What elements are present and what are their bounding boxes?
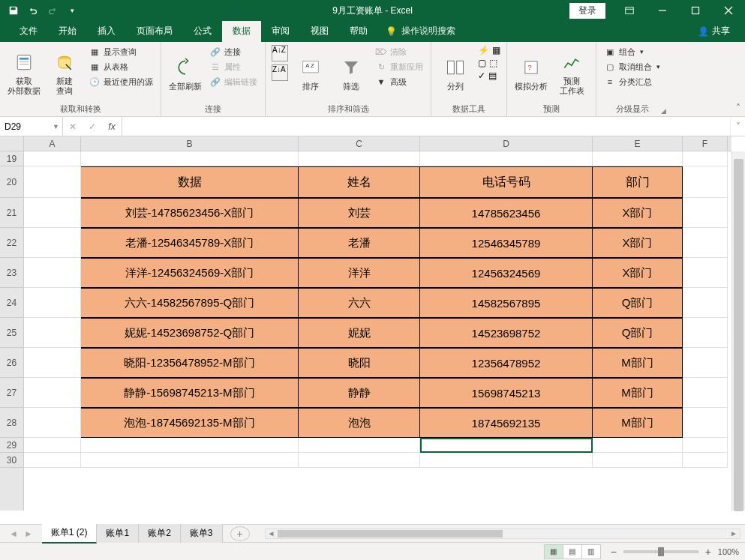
- undo-icon[interactable]: [24, 2, 42, 19]
- fx-icon[interactable]: fx: [102, 121, 122, 132]
- forecast-sheet-button[interactable]: 预测 工作表: [554, 45, 590, 102]
- sheet-tab-3[interactable]: 账单2: [139, 524, 181, 543]
- cell[interactable]: M部门: [593, 408, 683, 438]
- minimize-icon[interactable]: [646, 0, 679, 21]
- col-header-a[interactable]: A: [24, 136, 81, 151]
- login-button[interactable]: 登录: [569, 3, 605, 19]
- row-header[interactable]: 25: [0, 318, 23, 348]
- flash-fill-icon[interactable]: ⚡: [478, 45, 489, 55]
- cell[interactable]: 14582567895: [420, 288, 593, 318]
- cell[interactable]: M部门: [593, 348, 683, 378]
- cell[interactable]: Q部门: [593, 288, 683, 318]
- show-queries-button[interactable]: ▦显示查询: [87, 45, 155, 58]
- maximize-icon[interactable]: [679, 0, 712, 21]
- view-page-break-icon[interactable]: ▥: [581, 544, 601, 559]
- row-header[interactable]: 22: [0, 228, 23, 258]
- cell[interactable]: M部门: [593, 378, 683, 408]
- cell[interactable]: 15698745213: [420, 378, 593, 408]
- cell[interactable]: 妮妮: [299, 318, 420, 348]
- save-icon[interactable]: [5, 2, 23, 19]
- ungroup-button[interactable]: ▢取消组合▾: [602, 60, 662, 73]
- cell[interactable]: [299, 151, 420, 166]
- cell[interactable]: Q部门: [593, 318, 683, 348]
- cell[interactable]: 泡泡: [299, 408, 420, 438]
- zoom-level[interactable]: 100%: [718, 547, 739, 556]
- cell[interactable]: [683, 348, 728, 378]
- tab-insert[interactable]: 插入: [87, 20, 126, 42]
- external-data-button[interactable]: 获取 外部数据: [6, 45, 42, 102]
- cell[interactable]: 14785623456: [420, 198, 593, 228]
- filter-button[interactable]: 筛选: [333, 45, 369, 102]
- cell[interactable]: X部门: [593, 198, 683, 228]
- cell[interactable]: [81, 438, 299, 453]
- relationships-icon[interactable]: ⬚: [489, 58, 497, 68]
- cell[interactable]: 六六: [299, 288, 420, 318]
- row-header[interactable]: 26: [0, 348, 23, 378]
- cell[interactable]: 洋洋: [299, 258, 420, 288]
- sheet-nav-prev-icon[interactable]: ◄: [9, 529, 18, 539]
- cell[interactable]: [683, 378, 728, 408]
- row-header[interactable]: 20: [0, 166, 23, 198]
- cell[interactable]: 刘芸-14785623456-X部门: [81, 198, 299, 228]
- cell[interactable]: [24, 438, 81, 453]
- ribbon-options-icon[interactable]: [613, 0, 646, 21]
- cell[interactable]: [420, 438, 593, 453]
- sheet-tab-1[interactable]: 账单1 (2): [42, 523, 98, 544]
- cell[interactable]: 14523698752: [420, 318, 593, 348]
- cell[interactable]: [299, 438, 420, 453]
- new-query-button[interactable]: 新建 查询: [47, 45, 83, 102]
- col-header-c[interactable]: C: [299, 136, 420, 151]
- cell[interactable]: [81, 453, 299, 468]
- recent-sources-button[interactable]: 🕒最近使用的源: [87, 75, 155, 88]
- whatif-button[interactable]: ? 模拟分析: [513, 45, 549, 102]
- cell[interactable]: 刘芸: [299, 198, 420, 228]
- vscroll-thumb[interactable]: [734, 159, 743, 511]
- row-header[interactable]: 19: [0, 151, 23, 166]
- cell[interactable]: 静静: [299, 378, 420, 408]
- col-header-d[interactable]: D: [420, 136, 593, 151]
- sort-desc-icon[interactable]: Z↓A: [272, 64, 288, 81]
- expand-formula-bar-icon[interactable]: ˅: [730, 117, 745, 136]
- cell[interactable]: [24, 198, 81, 228]
- cell[interactable]: 老潘: [299, 228, 420, 258]
- row-header[interactable]: 21: [0, 198, 23, 228]
- tab-view[interactable]: 视图: [300, 20, 339, 42]
- cell[interactable]: 晓阳-12356478952-M部门: [81, 348, 299, 378]
- cell[interactable]: [593, 438, 683, 453]
- row-header[interactable]: 30: [0, 453, 23, 468]
- advanced-filter-button[interactable]: ▼高级: [374, 75, 425, 88]
- cell[interactable]: [24, 378, 81, 408]
- cell[interactable]: [24, 258, 81, 288]
- cell[interactable]: [593, 151, 683, 166]
- cell[interactable]: [299, 453, 420, 468]
- cell[interactable]: [24, 348, 81, 378]
- cell[interactable]: 静静-15698745213-M部门: [81, 378, 299, 408]
- cell[interactable]: 12546345789: [420, 228, 593, 258]
- hscroll-left-icon[interactable]: ◄: [266, 529, 278, 538]
- tab-data[interactable]: 数据: [222, 20, 261, 42]
- cell[interactable]: 姓名: [299, 166, 420, 198]
- cell[interactable]: [24, 228, 81, 258]
- cell[interactable]: 18745692135: [420, 408, 593, 438]
- cell[interactable]: [683, 408, 728, 438]
- cell[interactable]: 部门: [593, 166, 683, 198]
- qat-customize-icon[interactable]: ▾: [63, 2, 81, 19]
- cell[interactable]: 12456324569: [420, 258, 593, 288]
- tab-file[interactable]: 文件: [9, 20, 48, 42]
- row-header[interactable]: 27: [0, 378, 23, 408]
- subtotal-button[interactable]: ≡分类汇总: [602, 75, 662, 88]
- data-validation-icon[interactable]: ✓: [478, 70, 485, 81]
- row-header[interactable]: 24: [0, 288, 23, 318]
- cell[interactable]: 数据: [81, 166, 299, 198]
- cell[interactable]: 泡泡-18745692135-M部门: [81, 408, 299, 438]
- zoom-in-button[interactable]: +: [703, 546, 713, 558]
- hscroll-right-icon[interactable]: ►: [728, 529, 740, 538]
- remove-dup-icon[interactable]: ▢: [478, 58, 486, 68]
- group-button[interactable]: ▣组合▾: [602, 45, 662, 58]
- cell[interactable]: X部门: [593, 228, 683, 258]
- cell[interactable]: [420, 453, 593, 468]
- cell[interactable]: [24, 318, 81, 348]
- tab-layout[interactable]: 页面布局: [126, 20, 183, 42]
- view-normal-icon[interactable]: ▦: [544, 544, 563, 559]
- cell[interactable]: [24, 151, 81, 166]
